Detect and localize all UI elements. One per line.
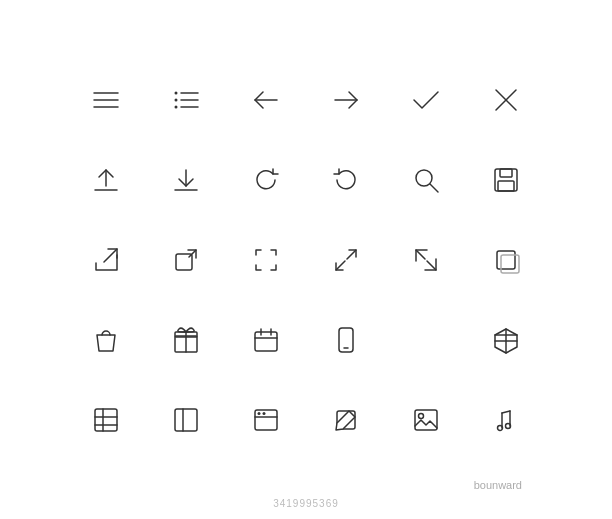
svg-rect-44 xyxy=(95,409,117,431)
svg-line-25 xyxy=(347,250,356,259)
svg-point-62 xyxy=(498,425,503,430)
download-icon xyxy=(146,140,226,220)
svg-line-27 xyxy=(416,250,425,259)
svg-rect-34 xyxy=(255,332,277,351)
expand-icon xyxy=(306,220,386,300)
svg-line-61 xyxy=(502,411,510,413)
close-icon xyxy=(466,60,546,140)
svg-point-6 xyxy=(175,91,178,94)
phone-icon xyxy=(306,300,386,380)
edit-icon xyxy=(306,380,386,460)
checkmark-icon xyxy=(386,60,466,140)
svg-point-8 xyxy=(175,105,178,108)
svg-rect-20 xyxy=(500,169,512,177)
svg-rect-48 xyxy=(175,409,197,431)
svg-point-63 xyxy=(506,423,511,428)
compress-icon xyxy=(386,220,466,300)
svg-rect-30 xyxy=(501,255,519,273)
svg-rect-21 xyxy=(498,181,514,191)
refresh-ccw-icon xyxy=(306,140,386,220)
watermark-area xyxy=(386,300,466,380)
shopping-bag-icon xyxy=(66,300,146,380)
save-icon xyxy=(466,140,546,220)
frame-icon xyxy=(226,220,306,300)
svg-point-53 xyxy=(263,412,266,415)
browser-icon xyxy=(226,380,306,460)
list-icon xyxy=(146,60,226,140)
svg-line-26 xyxy=(336,261,345,270)
svg-line-18 xyxy=(430,184,438,192)
music-icon xyxy=(466,380,546,460)
icon-grid xyxy=(66,60,546,460)
svg-line-22 xyxy=(104,249,117,262)
upload-icon xyxy=(66,140,146,220)
svg-point-58 xyxy=(419,413,424,418)
external-link-icon xyxy=(146,220,226,300)
refresh-cw-icon xyxy=(226,140,306,220)
layers-icon xyxy=(466,220,546,300)
watermark-text: bounward xyxy=(474,479,522,491)
svg-point-52 xyxy=(258,412,261,415)
arrow-left-icon xyxy=(226,60,306,140)
hamburger-menu-icon xyxy=(66,60,146,140)
getty-id: 3419995369 xyxy=(273,498,339,509)
share-icon xyxy=(66,220,146,300)
svg-line-28 xyxy=(427,261,436,270)
svg-rect-29 xyxy=(497,251,515,269)
arrow-right-icon xyxy=(306,60,386,140)
table-icon xyxy=(66,380,146,460)
image-icon xyxy=(386,380,466,460)
svg-rect-57 xyxy=(415,410,437,430)
calendar-icon xyxy=(226,300,306,380)
gift-icon xyxy=(146,300,226,380)
svg-point-7 xyxy=(175,98,178,101)
search-icon xyxy=(386,140,466,220)
box-icon xyxy=(466,300,546,380)
sidebar-icon xyxy=(146,380,226,460)
